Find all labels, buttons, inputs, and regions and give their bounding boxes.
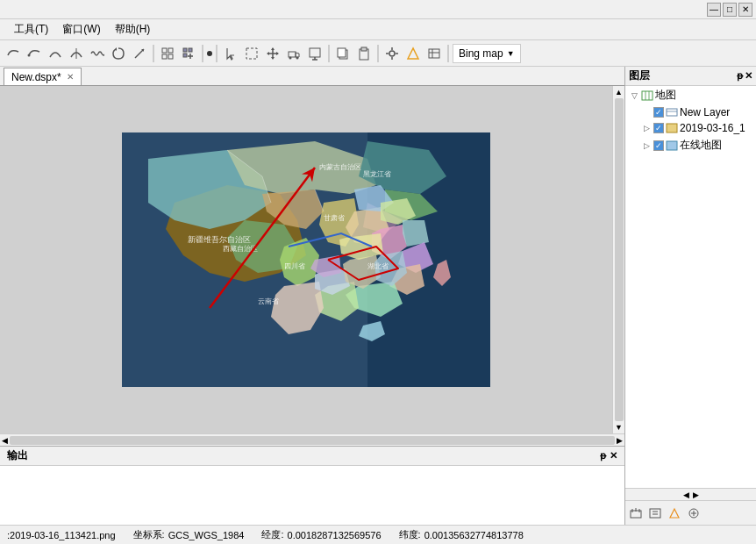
scroll-right-btn[interactable]: ▶: [617, 436, 623, 445]
toolbar-btn-move[interactable]: [263, 44, 282, 63]
layer-scroll-right[interactable]: ▶: [693, 490, 699, 499]
layer-close-btn[interactable]: ✕: [745, 70, 752, 82]
tab-new-dspx[interactable]: New.dspx* ✕: [4, 68, 82, 85]
toolbar-dot: [207, 51, 212, 56]
map-inner: 新疆维吾尔自治区 西藏自治区 云南省 黑龙江省 内蒙古自治区 四川省 甘肃省 湖…: [0, 86, 612, 433]
menu-bar: 工具(T) 窗口(W) 帮助(H): [0, 19, 756, 40]
svg-text:四川省: 四川省: [284, 262, 305, 270]
output-close-btn[interactable]: ✕: [610, 450, 617, 462]
svg-rect-87: [667, 124, 677, 132]
svg-rect-38: [429, 49, 439, 58]
close-button[interactable]: ✕: [738, 3, 752, 17]
svg-rect-29: [338, 48, 346, 57]
tree-item-ditu[interactable]: ▽ 地图: [625, 86, 756, 104]
tree-checkbox-new-layer[interactable]: ✓: [653, 107, 664, 118]
scroll-thumb-v[interactable]: [615, 98, 624, 421]
center-area: New.dspx* ✕: [0, 67, 756, 525]
toolbar-btn-grid[interactable]: [158, 44, 177, 63]
title-bar: — □ ✕: [0, 0, 756, 19]
menu-tools[interactable]: 工具(T): [7, 20, 55, 39]
layer-btn-4[interactable]: [685, 505, 703, 522]
status-lon-value: 0.0018287132569576: [288, 530, 382, 540]
scroll-down-btn[interactable]: ▼: [615, 423, 623, 432]
svg-text:西藏自治区: 西藏自治区: [223, 245, 258, 253]
toolbar-btn-settings[interactable]: [382, 44, 402, 63]
svg-marker-20: [276, 52, 279, 55]
menu-window[interactable]: 窗口(W): [55, 20, 107, 39]
toolbar-btn-loop[interactable]: [109, 44, 128, 63]
toolbar-btn-wave[interactable]: [88, 44, 107, 63]
tree-expand-new-layer: [641, 107, 652, 118]
toolbar-btn-gridplus[interactable]: [179, 44, 198, 63]
svg-rect-25: [310, 48, 320, 57]
date-layer-icon: [666, 122, 678, 134]
output-panel-header: 输出 ᵽ ✕: [0, 447, 624, 466]
menu-help[interactable]: 帮助(H): [108, 20, 158, 39]
svg-marker-18: [271, 57, 275, 60]
china-map-svg: 新疆维吾尔自治区 西藏自治区 云南省 黑龙江省 内蒙古自治区 四川省 甘肃省 湖…: [122, 132, 490, 387]
bing-map-button[interactable]: Bing map ▼: [453, 44, 521, 63]
tree-checkbox-online[interactable]: ✓: [653, 140, 664, 151]
title-bar-buttons: — □ ✕: [707, 3, 752, 17]
tree-label-new-layer: New Layer: [680, 106, 730, 118]
layer-tree-content: ▽ 地图 ✓ New Layer ▷: [625, 86, 756, 488]
toolbar-btn-table[interactable]: [424, 44, 444, 63]
toolbar-sep-5: [377, 45, 379, 62]
toolbar-btn-triangle[interactable]: [403, 44, 423, 63]
svg-point-23: [289, 56, 292, 59]
toolbar-btn-arc[interactable]: [46, 44, 65, 63]
status-lon: 经度: 0.0018287132569576: [261, 528, 381, 541]
tree-item-new-layer[interactable]: ✓ New Layer: [625, 104, 756, 120]
tree-expand-online[interactable]: ▷: [641, 140, 652, 151]
scroll-up-btn[interactable]: ▲: [615, 88, 623, 97]
svg-text:黑龙江省: 黑龙江省: [363, 170, 391, 178]
toolbar-btn-pointer[interactable]: [221, 44, 240, 63]
tree-item-date-layer[interactable]: ▷ ✓ 2019-03-16_1: [625, 120, 756, 136]
right-pane: 图层 ᵽ ✕ ▽ 地图 ✓: [624, 67, 756, 525]
status-lon-label: 经度:: [261, 528, 283, 541]
toolbar-btn-curve1[interactable]: [4, 44, 23, 63]
tree-expand-ditu[interactable]: ▽: [629, 90, 639, 101]
output-pin-btn[interactable]: ᵽ: [600, 450, 606, 462]
tree-checkbox-date[interactable]: ✓: [653, 123, 664, 133]
status-file-value: :2019-03-16_113421.png: [7, 530, 116, 540]
toolbar-btn-arrow[interactable]: [130, 44, 149, 63]
svg-text:甘肃省: 甘肃省: [324, 214, 345, 222]
svg-rect-85: [667, 109, 677, 116]
layer-scroll-left[interactable]: ◀: [683, 490, 689, 499]
toolbar-btn-curve2[interactable]: [25, 44, 44, 63]
status-coord-sys: 坐标系: GCS_WGS_1984: [133, 528, 245, 541]
toolbar-btn-arc2[interactable]: [67, 44, 86, 63]
maximize-button[interactable]: □: [723, 3, 737, 17]
toolbar-btn-paste[interactable]: [354, 44, 374, 63]
layer-btn-3[interactable]: [666, 505, 683, 522]
layer-btn-1[interactable]: [627, 505, 645, 522]
toolbar-btn-export[interactable]: [305, 44, 325, 63]
tab-close-button[interactable]: ✕: [67, 72, 74, 82]
toolbar-btn-select[interactable]: [242, 44, 261, 63]
status-bar: :2019-03-16_113421.png 坐标系: GCS_WGS_1984…: [0, 525, 756, 544]
svg-rect-88: [667, 141, 677, 150]
tree-expand-date[interactable]: ▷: [641, 123, 652, 133]
svg-text:云南省: 云南省: [258, 297, 279, 305]
scroll-left-btn[interactable]: ◀: [2, 436, 8, 445]
tree-item-online-map[interactable]: ▷ ✓ 在线地图: [625, 136, 756, 154]
svg-rect-10: [189, 48, 192, 52]
svg-rect-8: [168, 54, 173, 59]
toolbar-btn-truck[interactable]: [284, 44, 303, 63]
scroll-thumb-h[interactable]: [10, 436, 615, 445]
toolbar-sep-4: [328, 45, 330, 62]
svg-text:新疆维吾尔自治区: 新疆维吾尔自治区: [188, 235, 251, 244]
bing-map-dropdown-icon: ▼: [507, 49, 515, 58]
layer-btn-2[interactable]: [646, 505, 664, 522]
minimize-button[interactable]: —: [707, 3, 721, 17]
svg-point-0: [28, 54, 31, 56]
toolbar-sep-6: [447, 45, 449, 62]
tab-label: New.dspx*: [11, 71, 61, 83]
toolbar: Bing map ▼: [0, 40, 756, 67]
layer-pin-btn[interactable]: ᵽ: [737, 70, 743, 82]
toolbar-btn-copy[interactable]: [333, 44, 353, 63]
vertical-scrollbar[interactable]: ▲ ▼: [612, 86, 624, 433]
horizontal-scrollbar[interactable]: ◀ ▶: [0, 433, 624, 446]
svg-rect-7: [162, 54, 167, 59]
